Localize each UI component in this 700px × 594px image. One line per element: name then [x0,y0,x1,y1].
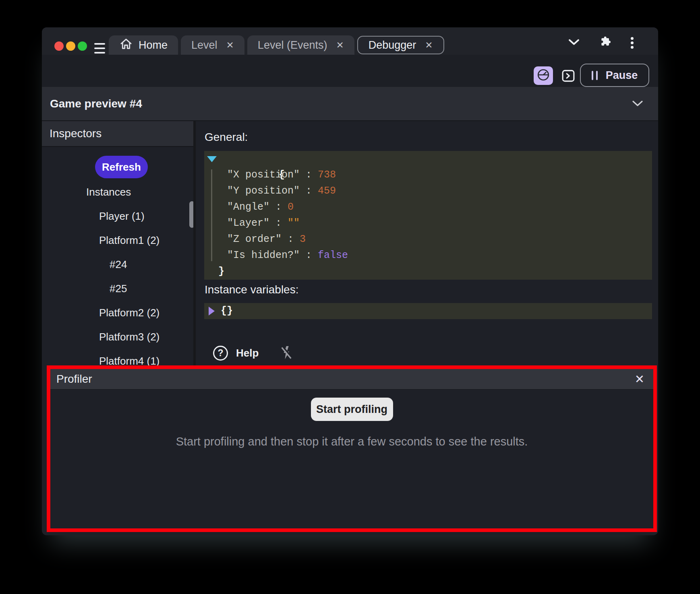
general-json-viewer: { "X position" : 738 "Y position" : 459 … [204,151,652,280]
pause-button[interactable]: Pause [580,64,649,87]
instance-variables-viewer: {} [204,303,652,319]
close-tab-icon[interactable]: ✕ [425,41,433,50]
pause-label: Pause [606,69,638,82]
preview-chevron-down-icon[interactable] [632,100,644,109]
profiler-title: Profiler [56,373,92,386]
inspectors-header: Inspectors [42,121,193,147]
expand-triangle-icon[interactable] [209,307,215,316]
instance-variables-label: Instance variables: [205,283,298,296]
tab-label: Level (Events) [258,39,327,52]
menu-hamburger-icon[interactable] [94,43,105,54]
json-entry-angle: "Angle" : 0 [204,199,652,215]
debugger-content: Inspectors Refresh Instances Player (1) … [42,121,658,365]
json-close-brace-line: } [204,264,652,280]
close-window-button[interactable] [54,41,64,51]
game-preview-header[interactable]: Game preview #4 [42,87,658,121]
tab-home[interactable]: Home [109,35,178,55]
tab-debugger[interactable]: Debugger ✕ [357,36,444,54]
minimize-window-button[interactable] [66,41,75,51]
json-entry-layer: "Layer" : "" [204,215,652,231]
tree-item-instance-24[interactable]: #24 [110,258,127,270]
json-open-brace-line: { [204,151,652,167]
home-icon [119,37,133,53]
refresh-button[interactable]: Refresh [95,156,148,178]
kebab-menu-icon[interactable] [627,35,637,50]
tab-label: Debugger [369,39,416,52]
tree-item-player[interactable]: Player (1) [99,210,145,222]
tree-item-instance-25[interactable]: #25 [110,283,127,295]
debugger-toolbar: Pause [42,55,658,87]
inspector-detail-panel: General: { "X position" : 738 "Y positio… [198,121,658,365]
close-tab-icon[interactable]: ✕ [226,41,234,50]
app-window: Home Level ✕ Level (Events) ✕ Debugger ✕ [42,27,658,535]
instance-variables-value: {} [221,303,233,319]
tree-item-platform4[interactable]: Platform4 (1) [99,355,159,365]
game-preview-title: Game preview #4 [42,97,142,110]
chevron-down-icon[interactable] [568,38,580,46]
tab-level[interactable]: Level ✕ [181,35,244,55]
profiler-gauge-button[interactable] [534,66,553,85]
inspectors-sidebar: Inspectors Refresh Instances Player (1) … [42,121,196,365]
profiler-header: Profiler ✕ [50,369,653,390]
extensions-puzzle-icon[interactable] [599,35,612,48]
help-row: ? Help [213,345,293,361]
console-button[interactable] [561,68,576,83]
help-label[interactable]: Help [236,347,259,359]
close-profiler-icon[interactable]: ✕ [635,373,644,385]
json-entry-is-hidden: "Is hidden?" : false [204,248,652,264]
general-section-label: General: [205,131,248,144]
profiler-panel: Profiler ✕ Start profiling Start profili… [50,369,653,528]
start-profiling-button[interactable]: Start profiling [311,398,393,421]
gauge-icon [536,68,551,84]
annotation-highlight-red-box: Profiler ✕ Start profiling Start profili… [47,365,657,532]
tab-bar: Home Level ✕ Level (Events) ✕ Debugger ✕ [109,35,444,55]
tree-item-platform1[interactable]: Platform1 (2) [99,234,159,246]
json-entry-y-position: "Y position" : 459 [204,183,652,199]
help-question-icon[interactable]: ? [213,346,228,361]
tab-label: Level [191,39,217,52]
pause-icon [592,71,598,80]
tab-level-events[interactable]: Level (Events) ✕ [247,35,354,55]
tree-item-platform3[interactable]: Platform3 (2) [99,331,159,343]
sidebar-scrollbar-thumb[interactable] [189,201,195,228]
tab-label: Home [139,39,168,52]
close-tab-icon[interactable]: ✕ [336,41,344,50]
window-controls [54,41,87,51]
title-bar: Home Level ✕ Level (Events) ✕ Debugger ✕ [42,27,658,55]
flash-off-icon[interactable] [280,345,293,361]
tree-item-platform2[interactable]: Platform2 (2) [99,307,159,319]
json-entry-z-order: "Z order" : 3 [204,231,652,248]
profiler-message: Start profiling and then stop it after a… [50,435,653,448]
maximize-window-button[interactable] [78,41,87,51]
profiler-body: Start profiling Start profiling and then… [50,390,653,528]
tree-item-instances[interactable]: Instances [86,186,131,198]
json-entry-x-position: "X position" : 738 [204,167,652,183]
collapse-triangle-icon[interactable] [207,156,217,162]
